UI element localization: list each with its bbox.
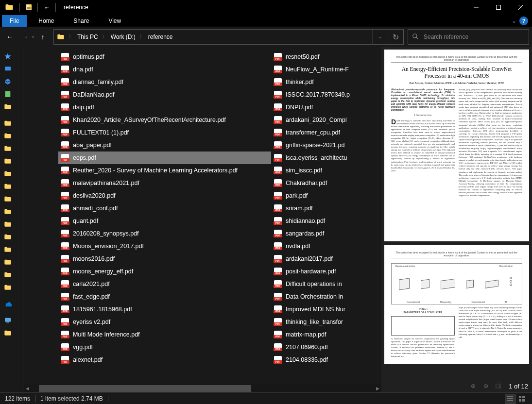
breadcrumb-separator[interactable]: 〉: [101, 34, 108, 40]
sidebar-item[interactable]: [0, 181, 23, 192]
sidebar-item[interactable]: [0, 88, 23, 100]
file-row[interactable]: ✓fast_edge.pdf: [58, 290, 271, 303]
file-row[interactable]: ✓Moons_envision_2017.pdf: [58, 240, 271, 252]
sidebar-item[interactable]: [0, 282, 23, 293]
qat-dropdown-icon[interactable]: ▾─: [41, 1, 52, 13]
file-row[interactable]: ✓quant.pdf: [58, 215, 271, 227]
file-row[interactable]: ✓vgg.pdf: [58, 341, 271, 354]
file-row[interactable]: ✓1815961.1815968.pdf: [58, 303, 271, 316]
navigation-pane[interactable]: [0, 47, 23, 392]
file-row[interactable]: ✓park.pdf: [271, 189, 378, 202]
search-input[interactable]: Search reference: [408, 29, 529, 45]
back-button[interactable]: ←: [3, 30, 17, 44]
up-button[interactable]: ↑: [36, 30, 50, 44]
sidebar-item[interactable]: [0, 118, 23, 129]
sidebar-item[interactable]: [0, 244, 23, 255]
file-row[interactable]: ✓matrix-map.pdf: [271, 328, 378, 341]
file-row[interactable]: ✓nvdla.pdf: [271, 240, 378, 252]
horizontal-scrollbar[interactable]: ◀ ▶: [23, 385, 381, 392]
sidebar-item[interactable]: [0, 143, 23, 154]
preview-page-1[interactable]: This article has been accepted for inclu…: [384, 50, 529, 241]
address-dropdown-icon[interactable]: ⌄: [372, 30, 388, 44]
sidebar-item[interactable]: [0, 130, 23, 142]
file-row[interactable]: ✓carla2021.pdf: [58, 278, 271, 290]
file-row[interactable]: ✓sangardas.pdf: [271, 227, 378, 240]
ribbon-tab-share[interactable]: Share: [66, 15, 97, 27]
ribbon-tab-view[interactable]: View: [101, 15, 129, 27]
file-row[interactable]: ✓transformer_cpu.pdf: [271, 126, 378, 139]
sidebar-item[interactable]: [0, 193, 23, 205]
breadcrumb-item[interactable]: This PC: [74, 30, 101, 44]
file-row[interactable]: ✓Multi Mode Inference.pdf: [58, 328, 271, 341]
sidebar-item[interactable]: [0, 231, 23, 243]
maximize-button[interactable]: [487, 0, 510, 15]
scrollbar-thumb[interactable]: [39, 385, 251, 392]
file-row[interactable]: ✓ardakani_2020_Compl: [271, 114, 378, 126]
sidebar-onedrive[interactable]: [0, 298, 23, 310]
sidebar-item[interactable]: [0, 168, 23, 180]
file-row[interactable]: ✓posit-hardware.pdf: [271, 265, 378, 278]
sidebar-item[interactable]: [0, 76, 23, 87]
file-row[interactable]: ✓eyeriss v2.pdf: [58, 316, 271, 328]
zoom-in-icon[interactable]: ⊕: [468, 381, 479, 391]
details-view-button[interactable]: [505, 394, 515, 404]
breadcrumb-item[interactable]: reference: [145, 30, 176, 44]
preview-page-2[interactable]: This article has been accepted for inclu…: [384, 245, 529, 364]
sidebar-item[interactable]: [0, 155, 23, 167]
file-row[interactable]: ✓isca.eyeriss_architectu: [271, 152, 378, 164]
file-row[interactable]: ✓ahmadi_conf.pdf: [58, 202, 271, 215]
file-row[interactable]: ✓thinking_like_transfor: [271, 316, 378, 328]
breadcrumb-item[interactable]: Work (D:): [108, 30, 138, 44]
file-row[interactable]: ✓2104.08335.pdf: [271, 354, 378, 366]
zoom-out-icon[interactable]: ⊖: [481, 381, 491, 391]
file-row[interactable]: ✓moons_energy_eff.pdf: [58, 265, 271, 278]
file-row[interactable]: ✓diannao_family.pdf: [58, 76, 271, 88]
sidebar-item[interactable]: [0, 269, 23, 281]
file-row[interactable]: ✓Khan2020_Article_ASurveyOfTheRecentArch…: [58, 114, 271, 126]
file-row[interactable]: ✓FULLTEXT01 (1).pdf: [58, 126, 271, 139]
sidebar-item[interactable]: [0, 206, 23, 218]
file-row[interactable]: ✓dsip.pdf: [58, 101, 271, 114]
file-row[interactable]: ✓optimus.pdf: [58, 50, 271, 63]
help-icon[interactable]: ?: [519, 17, 528, 25]
thumbnails-view-button[interactable]: [516, 394, 527, 404]
breadcrumb-separator[interactable]: 〉: [68, 34, 74, 40]
sidebar-item[interactable]: [0, 327, 23, 339]
file-row[interactable]: ✓malavipathirana2021.pdf: [58, 177, 271, 189]
file-row[interactable]: ✓DaDianNao.pdf: [58, 88, 271, 101]
sidebar-item[interactable]: [0, 101, 23, 113]
file-row[interactable]: ✓alexnet.pdf: [58, 354, 271, 366]
sidebar-item[interactable]: [0, 219, 23, 230]
file-row[interactable]: ✓DNPU.pdf: [271, 101, 378, 114]
scrollbar-track[interactable]: [39, 385, 366, 392]
file-row[interactable]: ✓NeuFlow_A_Runtime-F: [271, 63, 378, 76]
file-row[interactable]: ✓desilva2020.pdf: [58, 189, 271, 202]
minimize-button[interactable]: [465, 0, 487, 15]
file-row[interactable]: ✓Difficult operations in: [271, 278, 378, 290]
fit-page-icon[interactable]: ⿴: [493, 381, 504, 391]
scroll-right-icon[interactable]: ▶: [374, 385, 381, 392]
sidebar-item[interactable]: [0, 256, 23, 268]
history-dropdown-icon[interactable]: ▾: [32, 35, 34, 39]
file-row[interactable]: ✓sriram.pdf: [271, 202, 378, 215]
file-row[interactable]: ✓sim_isscc.pdf: [271, 164, 378, 177]
file-row[interactable]: ✓eeps.pdf: [58, 152, 271, 164]
qat-properties-icon[interactable]: [23, 1, 34, 13]
forward-button[interactable]: →: [18, 30, 32, 44]
file-row[interactable]: ✓Improved MDLNS Nur: [271, 303, 378, 316]
file-row[interactable]: ✓2107.06960.pdf: [271, 341, 378, 354]
refresh-button[interactable]: ↻: [388, 30, 403, 44]
file-row[interactable]: ✓Data Orchestration in: [271, 290, 378, 303]
file-row[interactable]: ✓Chakradhar.pdf: [271, 177, 378, 189]
close-button[interactable]: [510, 0, 532, 15]
sidebar-this-pc[interactable]: [0, 315, 23, 326]
file-row[interactable]: ✓Reuther_2020 - Survey of Machine Learni…: [58, 164, 271, 177]
breadcrumb-separator[interactable]: 〉: [138, 34, 145, 40]
file-row[interactable]: ✓20160208_synopsys.pdf: [58, 227, 271, 240]
sidebar-quick-access[interactable]: [0, 50, 23, 62]
file-row[interactable]: ✓griffin-sparse-2021.pd: [271, 139, 378, 152]
sidebar-item[interactable]: [0, 63, 23, 75]
file-row[interactable]: ✓dna.pdf: [58, 63, 271, 76]
file-row[interactable]: ✓thinker.pdf: [271, 76, 378, 88]
address-bar[interactable]: 〉 This PC 〉 Work (D:) 〉 reference ⌄ ↻: [53, 29, 404, 45]
